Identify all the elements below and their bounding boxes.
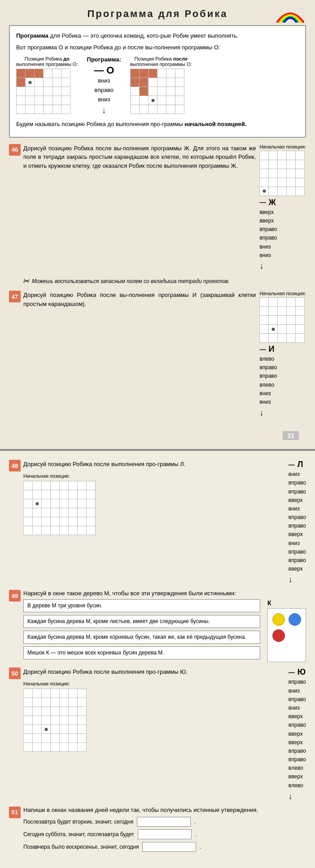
page-2: 48 Дорисуй позицию Робика после выполнен… [0, 449, 315, 868]
bead-red [272, 629, 285, 642]
grid-before: Позиция Робика довыполнения программы О: [16, 56, 78, 114]
ex46-start-label: Начальная позиция: [259, 144, 306, 196]
answer-line-1: Послезавтра будет вторник, значит, сегод… [23, 817, 306, 827]
exercise-48: 48 Дорисуй позицию Робика после выполнен… [9, 460, 306, 584]
theory-conclusion: Будем называть позицию Робика до выполне… [16, 120, 299, 129]
rainbow-icon [275, 7, 306, 25]
ex50-layout: Дорисуй позицию Робика после выполнения … [23, 667, 306, 801]
ex46-text: Дорисуй позицию Робика после вы-полнения… [23, 144, 256, 170]
answer-box-2[interactable] [138, 829, 192, 839]
label-after: Позиция Робика послевыполнения программы… [130, 56, 192, 67]
ex50-commands: вправовнизвправовнизвверхвправовверхввер… [289, 678, 306, 789]
ex48-text: Дорисуй позицию Робика после выполнения … [23, 460, 285, 535]
exercise-49: 49 Нарисуй в окне такое дерево М, чтобы … [9, 590, 306, 662]
sentence-2: Сегодня суббота, значит, послезавтра буд… [23, 831, 134, 837]
page2-footer: 32 [9, 864, 306, 868]
ex50-text: Дорисуй позицию Робика после выполнения … [23, 667, 285, 752]
sentence-1: Послезавтра будет вторник, значит, сегод… [23, 819, 133, 825]
ex51-num: 51 [9, 807, 21, 818]
exercise-46: 46 Дорисуй позицию Робика после вы-полне… [9, 144, 306, 271]
program-label: Программа: [87, 56, 121, 63]
theory-line1: Программа для Робика — это цепочка коман… [16, 31, 299, 40]
ex46-right: Начальная позиция: — [259, 144, 306, 271]
bead-tree-box [267, 608, 306, 662]
ex48-start-label: Начальная позиция: [23, 472, 285, 480]
title-text: Программа для Робика [88, 8, 228, 19]
ex46-commands: вверхвверхвправовправовнизвниз [259, 208, 277, 260]
hint-text: Можешь воспользоваться запасным полем со… [32, 278, 230, 284]
ex47-grid [259, 297, 305, 343]
ex51-text: Напиши в окнах названия дней недели так,… [23, 807, 306, 813]
ex49-num: 49 [9, 590, 21, 602]
bead-tree-visual: К [267, 599, 306, 662]
statement-2: Каждая бусина дерева М, кроме листьев, и… [23, 615, 260, 628]
ex48-grid [23, 481, 96, 535]
program-commands: внизвправовниз [95, 76, 114, 104]
ex46-prog: — Ж вверхвверхвправовправовнизвниз ↓ [259, 198, 277, 271]
ex47-num: 47 [9, 291, 21, 302]
ex47-prog: — И влевовправовправовлевовнизвниз ↓ [259, 345, 277, 418]
answer-line-2: Сегодня суббота, значит, послезавтра буд… [23, 829, 306, 839]
hint-icon: ✂ [22, 276, 29, 286]
ex47-right: Начальная позиция: — [259, 291, 306, 418]
ex48-commands: внизвправовправовверхвнизвправовправовве… [289, 470, 306, 573]
page1-footer: 31 [9, 427, 306, 445]
ex49-text: Нарисуй в окне такое дерево М, чтобы все… [23, 590, 306, 597]
statement-3: Каждая бусина дерева М, кроме корневых б… [23, 631, 260, 644]
ex46-grid [259, 151, 305, 196]
answer-line-3: Позавчера было воскресенье, значит, сего… [23, 842, 306, 852]
page-title: Программа для Робика [9, 4, 306, 20]
hint-line: ✂ Можешь воспользоваться запасным полем … [22, 276, 306, 286]
ex50-start-label: Начальная позиция: [23, 680, 285, 688]
program-name: — О [94, 65, 114, 76]
bead-blue [289, 613, 301, 626]
ex50-num: 50 [9, 667, 21, 679]
answer-box-1[interactable] [137, 817, 191, 827]
ex47-layout: Дорисуй позицию Робика после вы-полнения… [23, 291, 306, 418]
page-number-31: 31 [283, 431, 299, 440]
ex50-prog: — Ю вправовнизвправовнизвверхвправовверх… [289, 667, 306, 801]
bead-tree-area: В дереве М три уровня бусин. Каждая буси… [23, 599, 306, 662]
theory-box: Программа для Робика — это цепочка коман… [9, 25, 306, 138]
exercise-50: 50 Дорисуй позицию Робика после выполнен… [9, 667, 306, 801]
ex48-num: 48 [9, 460, 21, 471]
ex50-right: — Ю вправовнизвправовнизвверхвправовверх… [289, 667, 306, 801]
grid-after: Позиция Робика послевыполнения программы… [130, 56, 192, 114]
arrow-down: ↓ [102, 106, 106, 115]
ex48-right: — Л внизвправовправовверхвнизвправовправ… [289, 460, 306, 584]
ex48-layout: Дорисуй позицию Робика после выполнения … [23, 460, 306, 584]
ex48-prog: — Л внизвправовправовверхвнизвправовправ… [289, 460, 306, 584]
statement-1: В дереве М три уровня бусин. [23, 599, 260, 612]
ex51-sentences: Послезавтра будет вторник, значит, сегод… [23, 817, 306, 852]
ex47-start-label: Начальная позиция: [259, 291, 306, 343]
exercise-47: 47 Дорисуй позицию Робика после вы-полне… [9, 291, 306, 418]
statement-4: Мешок К — это мешок всех корневых бусин … [23, 646, 260, 659]
grid-before-table [16, 69, 70, 114]
sentence-3: Позавчера было воскресенье, значит, сего… [23, 844, 139, 850]
diagram-row: Позиция Робика довыполнения программы О:… [16, 56, 299, 115]
ex47-text: Дорисуй позицию Робика после вы-полнения… [23, 291, 256, 308]
ex47-commands: влевовправовправовлевовнизвниз [259, 355, 277, 406]
exercise-51: 51 Напиши в окнах названия дней недели т… [9, 807, 306, 855]
bead-yellow [272, 613, 285, 626]
program-center: Программа: — О внизвправовниз ↓ [87, 56, 121, 115]
k-label: К [267, 599, 306, 606]
ex46-num: 46 [9, 144, 21, 156]
ex50-grid [23, 689, 87, 752]
ex46-layout: Дорисуй позицию Робика после вы-полнения… [23, 144, 306, 271]
statement-boxes: В дереве М три уровня бусин. Каждая буси… [23, 599, 260, 662]
grid-after-table [130, 69, 184, 114]
page-1: Программа для Робика Программа для Робик… [0, 0, 315, 449]
label-before: Позиция Робика довыполнения программы О: [16, 56, 78, 67]
answer-box-3[interactable] [142, 842, 196, 852]
theory-line2: Вот программа О и позиции Робика до и по… [16, 43, 299, 52]
